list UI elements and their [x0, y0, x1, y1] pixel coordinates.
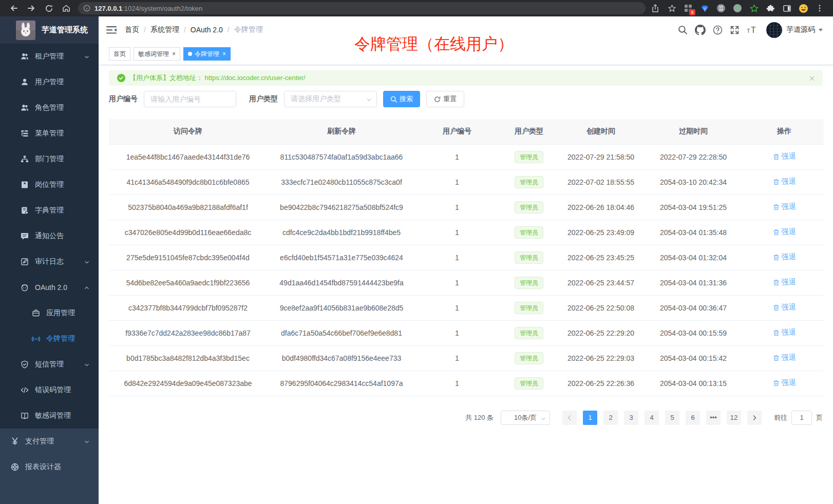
sidebar-item-pay[interactable]: 支付管理: [0, 429, 99, 454]
sidebar-item-error-code[interactable]: 错误码管理: [0, 377, 99, 403]
alert-close-icon[interactable]: ✕: [809, 74, 815, 83]
sidebar-item-oauth2-app[interactable]: 应用管理: [0, 300, 99, 326]
access-token-cell: 1ea5e44f8bc1467aaede43144f31de76: [109, 144, 267, 169]
breadcrumb-item[interactable]: OAuth 2.0: [191, 26, 223, 34]
created-time-cell: 2022-06-25 23:45:25: [560, 245, 642, 270]
site-info-icon: [83, 5, 90, 12]
sidebar-item-oauth2-token[interactable]: 令牌管理: [0, 326, 99, 352]
reset-button[interactable]: 重置: [426, 91, 464, 107]
tab-close-icon[interactable]: ×: [222, 51, 226, 57]
shield-icon: [21, 360, 29, 369]
url-bar[interactable]: 127.0.0.1:1024/system/oauth2/token: [78, 2, 646, 14]
user-type-badge: 管理员: [515, 277, 543, 289]
sidebar-item-dept[interactable]: 部门管理: [0, 146, 99, 172]
breadcrumb-item[interactable]: 首页: [125, 25, 139, 34]
expire-time-cell: 2054-03-04 00:15:42: [642, 345, 745, 371]
goto-page-input[interactable]: [791, 411, 812, 425]
page-button-1[interactable]: 1: [583, 411, 597, 425]
tab-close-icon[interactable]: ×: [172, 51, 176, 57]
reload-icon[interactable]: [44, 3, 54, 13]
force-logout-button[interactable]: 强退: [773, 227, 796, 237]
collapse-sidebar-icon[interactable]: [106, 26, 117, 34]
user-name[interactable]: 芋道源码: [786, 25, 815, 34]
user-id-input[interactable]: [144, 91, 236, 107]
user-avatar[interactable]: [766, 22, 782, 38]
page-button-2[interactable]: 2: [603, 411, 618, 425]
tab-令牌管理[interactable]: 令牌管理×: [183, 47, 231, 61]
sidebar-item-report-designer[interactable]: 报表设计器: [0, 454, 99, 480]
user-type-select[interactable]: 请选择用户类型: [284, 91, 377, 107]
token-table: 访问令牌刷新令牌用户编号用户类型创建时间过期时间操作 1ea5e44f8bc14…: [109, 119, 824, 396]
sidebar-item-role[interactable]: 角色管理: [0, 95, 99, 121]
share-icon[interactable]: [650, 3, 660, 13]
record-extension-icon[interactable]: [732, 3, 743, 13]
user-type-label: 用户类型: [249, 94, 278, 104]
tab-敏感词管理[interactable]: 敏感词管理×: [134, 47, 180, 61]
total-count: 共 120 条: [465, 413, 494, 422]
fullscreen-icon[interactable]: [730, 25, 740, 35]
puzzle-extension-icon[interactable]: [765, 3, 775, 13]
refresh-token-cell: cdfc4ce9c2da4bb1bdf21b9918ff4be5: [267, 220, 416, 245]
font-size-icon[interactable]: TT: [747, 25, 758, 34]
chevron-down-icon: [541, 416, 546, 421]
sidebar-item-audit-log[interactable]: 审计日志: [0, 249, 99, 275]
search-button[interactable]: 搜索: [383, 91, 420, 107]
yen-icon: [11, 437, 19, 445]
command-extension-icon[interactable]: [716, 3, 726, 13]
tab-首页[interactable]: 首页: [109, 47, 130, 61]
forward-icon[interactable]: [26, 3, 36, 13]
force-logout-button[interactable]: 强退: [773, 202, 796, 211]
page-button-6[interactable]: 6: [686, 411, 700, 425]
next-page-button[interactable]: [747, 411, 762, 425]
star-extension-icon[interactable]: [749, 3, 759, 13]
github-icon[interactable]: [695, 25, 706, 35]
page-button-12[interactable]: 12: [727, 411, 741, 425]
sidebar-item-sensitive-word[interactable]: 敏感词管理: [0, 403, 99, 429]
force-logout-button[interactable]: 强退: [773, 253, 796, 262]
page-ellipsis[interactable]: •••: [706, 411, 721, 425]
sidebar-item-menu[interactable]: 菜单管理: [0, 121, 99, 146]
chrome-menu-icon[interactable]: [815, 3, 825, 13]
access-token-cell: 6d842e2924594de9a09e45e087323abe: [109, 371, 267, 396]
back-icon[interactable]: [9, 3, 19, 13]
app-logo[interactable]: 芋道管理系统: [0, 16, 99, 44]
side-panel-icon[interactable]: [782, 3, 792, 13]
sidebar-item-tenant[interactable]: 租户管理: [0, 44, 99, 69]
sidebar-item-sms[interactable]: 短信管理: [0, 352, 99, 377]
bookmark-star-icon[interactable]: [667, 3, 677, 13]
page-button-3[interactable]: 3: [624, 411, 638, 425]
force-logout-button[interactable]: 强退: [773, 353, 796, 362]
force-logout-button[interactable]: 强退: [773, 328, 796, 337]
sidebar-item-user[interactable]: 用户管理: [0, 69, 99, 95]
page-button-4[interactable]: 4: [645, 411, 659, 425]
oauth-icon: [21, 283, 29, 292]
force-logout-button[interactable]: 强退: [773, 152, 796, 161]
user-id-cell: 1: [416, 144, 498, 169]
force-logout-button[interactable]: 强退: [773, 378, 796, 387]
force-logout-button[interactable]: 强退: [773, 177, 796, 186]
sidebar-item-oauth2[interactable]: OAuth 2.0: [0, 275, 99, 300]
help-icon[interactable]: [713, 25, 723, 35]
breadcrumb-item[interactable]: 系统管理: [150, 25, 179, 34]
page-button-5[interactable]: 5: [665, 411, 679, 425]
table-row: 41c41346a548490f9dc8b01c6bfe0865333ecfc7…: [109, 169, 824, 195]
home-icon[interactable]: [61, 3, 71, 13]
profile-emoji-icon[interactable]: [798, 3, 808, 13]
sidebar-item-post[interactable]: 岗位管理: [0, 172, 99, 198]
prev-page-button[interactable]: [562, 411, 577, 425]
gem-extension-icon[interactable]: [699, 3, 710, 13]
extension-badge: 9: [689, 9, 695, 15]
user-id-cell: 1: [416, 295, 498, 320]
force-logout-button[interactable]: 强退: [773, 303, 796, 312]
sidebar-item-notice[interactable]: 通知公告: [0, 223, 99, 249]
chevron-down-icon: [84, 53, 90, 62]
chevron-down-icon: [819, 29, 823, 33]
force-logout-button[interactable]: 强退: [773, 278, 796, 287]
extension-grid-icon[interactable]: 9: [683, 3, 693, 13]
sidebar-item-dict[interactable]: 字典管理: [0, 198, 99, 223]
trash-icon: [773, 229, 780, 236]
search-icon[interactable]: [678, 25, 688, 35]
user-id-cell: 1: [416, 220, 498, 245]
page-size-select[interactable]: 10条/页: [501, 411, 550, 425]
user-id-cell: 1: [416, 270, 498, 295]
